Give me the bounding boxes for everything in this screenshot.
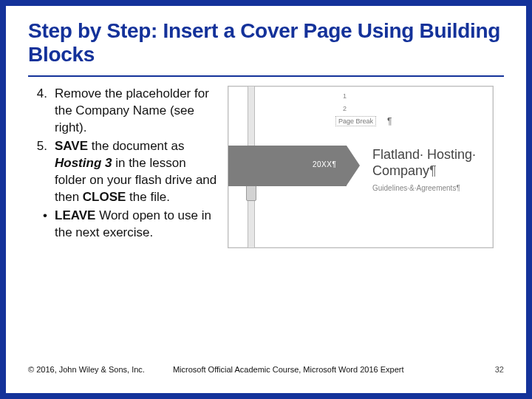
list-item: 5. SAVE the document as Hosting 3 in the… — [28, 138, 220, 206]
step-marker: 5. — [28, 138, 55, 206]
preview-column: 1 2 Page Break ¶ 20XX¶ Flatland· Hosting… — [228, 86, 511, 248]
text-fragment: the document as — [88, 139, 184, 153]
footer: © 2016, John Wiley & Sons, Inc. Microsof… — [28, 365, 504, 374]
page-number: 32 — [495, 365, 504, 374]
step-marker: 4. — [28, 86, 55, 137]
page-break-text: Page Break — [335, 116, 376, 126]
step-text: Remove the placeholder for the Company N… — [55, 86, 220, 137]
steps-list: 4. Remove the placeholder for the Compan… — [28, 86, 220, 248]
cover-page-preview: 1 2 Page Break ¶ 20XX¶ Flatland· Hosting… — [228, 86, 494, 248]
step-text: LEAVE Word open to use in the next exerc… — [55, 208, 220, 242]
ruler-tick: 1 — [343, 92, 347, 100]
page-title: Step by Step: Insert a Cover Page Using … — [6, 6, 526, 72]
slide: Step by Step: Insert a Cover Page Using … — [6, 6, 526, 393]
filename: Hosting 3 — [55, 156, 112, 170]
body-row: 4. Remove the placeholder for the Compan… — [6, 84, 526, 248]
ruler-tick: 2 — [343, 105, 347, 112]
leave-keyword: LEAVE — [55, 208, 95, 222]
text-fragment: the file. — [126, 190, 170, 204]
cover-title: Flatland· Hosting· Company¶ — [372, 147, 476, 179]
title-rule — [28, 75, 504, 77]
cover-title-line: Flatland· Hosting· — [372, 147, 476, 162]
save-keyword: SAVE — [55, 139, 88, 153]
cover-subtitle: Guidelines·&·Agreements¶ — [372, 184, 460, 192]
course-name: Microsoft Official Academic Course, Micr… — [173, 365, 495, 374]
bullet-marker: • — [28, 208, 55, 242]
step-text: SAVE the document as Hosting 3 in the le… — [55, 138, 220, 206]
cover-band-arrow — [347, 146, 360, 185]
cover-title-line: Company — [372, 163, 429, 178]
cover-year: 20XX¶ — [313, 160, 336, 168]
page-break-label: Page Break — [335, 117, 376, 125]
list-item: • LEAVE Word open to use in the next exe… — [28, 208, 220, 242]
list-item: 4. Remove the placeholder for the Compan… — [28, 86, 220, 137]
pilcrow-icon: ¶ — [387, 116, 392, 126]
copyright: © 2016, John Wiley & Sons, Inc. — [28, 365, 145, 374]
close-keyword: CLOSE — [83, 190, 126, 204]
pilcrow-icon: ¶ — [429, 163, 437, 178]
